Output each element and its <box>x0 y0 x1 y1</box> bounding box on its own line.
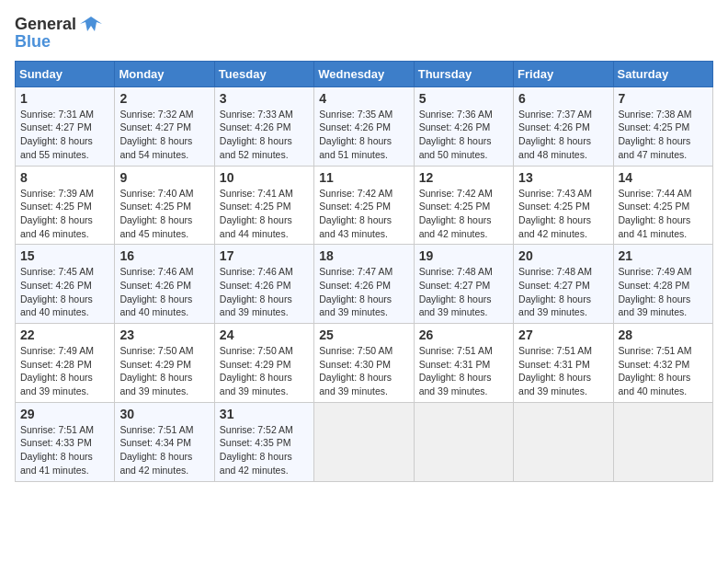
calendar-cell: 21Sunrise: 7:49 AMSunset: 4:28 PMDayligh… <box>613 245 712 324</box>
svg-marker-0 <box>80 17 102 31</box>
header-cell-thursday: Thursday <box>414 61 513 86</box>
week-row: 8Sunrise: 7:39 AMSunset: 4:25 PMDaylight… <box>16 166 713 245</box>
day-info: Sunrise: 7:42 AMSunset: 4:25 PMDaylight:… <box>319 187 408 241</box>
calendar-cell: 12Sunrise: 7:42 AMSunset: 4:25 PMDayligh… <box>414 166 513 245</box>
calendar-cell: 4Sunrise: 7:35 AMSunset: 4:26 PMDaylight… <box>314 86 414 166</box>
day-info: Sunrise: 7:31 AMSunset: 4:27 PMDaylight:… <box>20 108 109 162</box>
header-row: SundayMondayTuesdayWednesdayThursdayFrid… <box>16 61 713 86</box>
day-info: Sunrise: 7:48 AMSunset: 4:27 PMDaylight:… <box>518 265 608 319</box>
day-info: Sunrise: 7:32 AMSunset: 4:27 PMDaylight:… <box>119 108 209 162</box>
day-info: Sunrise: 7:50 AMSunset: 4:29 PMDaylight:… <box>220 344 309 398</box>
calendar-cell: 15Sunrise: 7:45 AMSunset: 4:26 PMDayligh… <box>16 245 115 324</box>
day-info: Sunrise: 7:35 AMSunset: 4:26 PMDaylight:… <box>319 108 408 162</box>
day-number: 26 <box>419 327 508 342</box>
calendar-cell: 3Sunrise: 7:33 AMSunset: 4:26 PMDaylight… <box>214 86 313 166</box>
day-info: Sunrise: 7:52 AMSunset: 4:35 PMDaylight:… <box>220 423 309 477</box>
day-info: Sunrise: 7:36 AMSunset: 4:26 PMDaylight:… <box>419 108 508 162</box>
header-cell-wednesday: Wednesday <box>314 61 414 86</box>
calendar-cell: 29Sunrise: 7:51 AMSunset: 4:33 PMDayligh… <box>16 402 115 481</box>
calendar-cell: 1Sunrise: 7:31 AMSunset: 4:27 PMDaylight… <box>16 86 115 166</box>
logo-blue: Blue <box>15 33 51 52</box>
calendar-cell: 17Sunrise: 7:46 AMSunset: 4:26 PMDayligh… <box>214 245 313 324</box>
day-number: 31 <box>220 407 309 421</box>
calendar-body: 1Sunrise: 7:31 AMSunset: 4:27 PMDaylight… <box>16 86 713 481</box>
day-info: Sunrise: 7:48 AMSunset: 4:27 PMDaylight:… <box>419 265 508 319</box>
day-number: 4 <box>319 91 408 106</box>
header-cell-sunday: Sunday <box>16 61 115 86</box>
week-row: 1Sunrise: 7:31 AMSunset: 4:27 PMDaylight… <box>16 86 713 166</box>
day-number: 23 <box>119 327 209 342</box>
calendar-cell <box>414 402 513 481</box>
day-info: Sunrise: 7:50 AMSunset: 4:29 PMDaylight:… <box>119 344 209 398</box>
day-number: 27 <box>518 327 608 342</box>
day-info: Sunrise: 7:51 AMSunset: 4:31 PMDaylight:… <box>518 344 608 398</box>
page-header: General Blue <box>15 15 713 52</box>
calendar-cell <box>314 402 414 481</box>
day-number: 6 <box>518 91 608 106</box>
day-info: Sunrise: 7:33 AMSunset: 4:26 PMDaylight:… <box>220 108 309 162</box>
calendar-cell: 30Sunrise: 7:51 AMSunset: 4:34 PMDayligh… <box>115 402 214 481</box>
day-number: 9 <box>119 170 209 185</box>
calendar-cell: 24Sunrise: 7:50 AMSunset: 4:29 PMDayligh… <box>214 324 313 403</box>
calendar-cell: 2Sunrise: 7:32 AMSunset: 4:27 PMDaylight… <box>115 86 214 166</box>
calendar-cell: 31Sunrise: 7:52 AMSunset: 4:35 PMDayligh… <box>214 402 313 481</box>
day-info: Sunrise: 7:46 AMSunset: 4:26 PMDaylight:… <box>220 265 309 319</box>
day-info: Sunrise: 7:51 AMSunset: 4:31 PMDaylight:… <box>419 344 508 398</box>
day-info: Sunrise: 7:45 AMSunset: 4:26 PMDaylight:… <box>20 265 109 319</box>
day-info: Sunrise: 7:51 AMSunset: 4:33 PMDaylight:… <box>20 423 109 477</box>
calendar-cell: 13Sunrise: 7:43 AMSunset: 4:25 PMDayligh… <box>514 166 613 245</box>
week-row: 29Sunrise: 7:51 AMSunset: 4:33 PMDayligh… <box>16 402 713 481</box>
day-info: Sunrise: 7:41 AMSunset: 4:25 PMDaylight:… <box>220 187 309 241</box>
day-info: Sunrise: 7:44 AMSunset: 4:25 PMDaylight:… <box>619 187 708 241</box>
calendar-cell: 11Sunrise: 7:42 AMSunset: 4:25 PMDayligh… <box>314 166 414 245</box>
day-number: 7 <box>619 91 708 106</box>
day-number: 25 <box>319 327 408 342</box>
calendar-cell: 26Sunrise: 7:51 AMSunset: 4:31 PMDayligh… <box>414 324 513 403</box>
day-info: Sunrise: 7:49 AMSunset: 4:28 PMDaylight:… <box>619 265 708 319</box>
calendar-cell: 22Sunrise: 7:49 AMSunset: 4:28 PMDayligh… <box>16 324 115 403</box>
day-info: Sunrise: 7:49 AMSunset: 4:28 PMDaylight:… <box>20 344 109 398</box>
header-cell-saturday: Saturday <box>613 61 712 86</box>
day-number: 28 <box>619 327 708 342</box>
calendar-cell: 8Sunrise: 7:39 AMSunset: 4:25 PMDaylight… <box>16 166 115 245</box>
week-row: 22Sunrise: 7:49 AMSunset: 4:28 PMDayligh… <box>16 324 713 403</box>
day-number: 3 <box>220 91 309 106</box>
calendar-cell: 28Sunrise: 7:51 AMSunset: 4:32 PMDayligh… <box>613 324 712 403</box>
day-number: 21 <box>619 248 708 263</box>
day-info: Sunrise: 7:46 AMSunset: 4:26 PMDaylight:… <box>119 265 209 319</box>
day-number: 30 <box>119 407 209 421</box>
day-info: Sunrise: 7:43 AMSunset: 4:25 PMDaylight:… <box>518 187 608 241</box>
day-number: 13 <box>518 170 608 185</box>
day-number: 11 <box>319 170 408 185</box>
logo: General Blue <box>15 15 104 52</box>
calendar-table: SundayMondayTuesdayWednesdayThursdayFrid… <box>15 61 713 482</box>
day-number: 1 <box>20 91 109 106</box>
logo: General Blue <box>15 15 104 52</box>
day-info: Sunrise: 7:51 AMSunset: 4:34 PMDaylight:… <box>119 423 209 477</box>
day-number: 8 <box>20 170 109 185</box>
logo-general: General <box>15 16 76 34</box>
day-number: 16 <box>119 248 209 263</box>
day-number: 10 <box>220 170 309 185</box>
day-number: 2 <box>119 91 209 106</box>
day-number: 15 <box>20 248 109 263</box>
day-number: 19 <box>419 248 508 263</box>
calendar-cell: 7Sunrise: 7:38 AMSunset: 4:25 PMDaylight… <box>613 86 712 166</box>
logo-bird-icon <box>78 15 104 35</box>
calendar-cell: 9Sunrise: 7:40 AMSunset: 4:25 PMDaylight… <box>115 166 214 245</box>
day-number: 5 <box>419 91 508 106</box>
day-number: 20 <box>518 248 608 263</box>
header-cell-monday: Monday <box>115 61 214 86</box>
day-number: 29 <box>20 407 109 421</box>
day-number: 22 <box>20 327 109 342</box>
day-info: Sunrise: 7:47 AMSunset: 4:26 PMDaylight:… <box>319 265 408 319</box>
day-number: 18 <box>319 248 408 263</box>
day-info: Sunrise: 7:40 AMSunset: 4:25 PMDaylight:… <box>119 187 209 241</box>
day-info: Sunrise: 7:51 AMSunset: 4:32 PMDaylight:… <box>619 344 708 398</box>
calendar-cell: 20Sunrise: 7:48 AMSunset: 4:27 PMDayligh… <box>514 245 613 324</box>
calendar-cell: 18Sunrise: 7:47 AMSunset: 4:26 PMDayligh… <box>314 245 414 324</box>
calendar-cell <box>514 402 613 481</box>
day-info: Sunrise: 7:42 AMSunset: 4:25 PMDaylight:… <box>419 187 508 241</box>
calendar-cell: 10Sunrise: 7:41 AMSunset: 4:25 PMDayligh… <box>214 166 313 245</box>
calendar-header: SundayMondayTuesdayWednesdayThursdayFrid… <box>16 61 713 86</box>
